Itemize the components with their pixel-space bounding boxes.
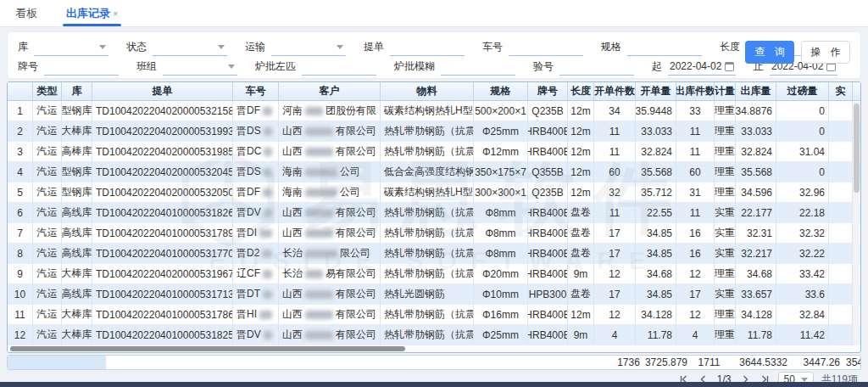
cell-spec: Φ10mm bbox=[474, 284, 528, 305]
filter-input[interactable] bbox=[441, 59, 515, 76]
filter-label: 牌号 bbox=[18, 59, 38, 74]
query-button[interactable]: 查 询 bbox=[745, 41, 794, 64]
filter-input[interactable] bbox=[509, 39, 583, 56]
column-header-measure[interactable]: 计量 bbox=[715, 82, 736, 100]
column-header-type[interactable]: 类型 bbox=[33, 82, 62, 100]
column-header-bill[interactable]: 提单 bbox=[92, 82, 233, 100]
horizontal-scrollbar[interactable] bbox=[8, 345, 852, 352]
table-row[interactable]: 4汽运型钢库TD1004202204020000532045晋DS海南公司低合金… bbox=[8, 162, 860, 182]
filter-select[interactable] bbox=[34, 39, 108, 56]
customer-prefix: 山西 bbox=[282, 205, 303, 220]
cell-truck: 晋DF bbox=[233, 101, 279, 121]
cell-idx: 3 bbox=[8, 142, 33, 162]
column-header-wh[interactable]: 库 bbox=[62, 82, 92, 100]
filter-select[interactable] bbox=[163, 59, 237, 76]
column-header-open_count[interactable]: 开单件数 bbox=[594, 82, 636, 100]
cell-weigh_qty: 0 bbox=[776, 162, 829, 182]
cell-material: 热轧带肋钢筋（抗震） bbox=[381, 203, 474, 223]
column-header-len[interactable]: 长度 bbox=[568, 82, 594, 100]
cell-grade: HRB400E bbox=[528, 223, 568, 244]
customer-prefix: 河南 bbox=[282, 104, 303, 118]
cell-spec: Φ12mm bbox=[474, 142, 528, 162]
vertical-scrollbar[interactable] bbox=[852, 102, 860, 345]
cell-measure: 理重 bbox=[715, 182, 736, 203]
cell-extra bbox=[829, 264, 853, 284]
cell-len: 盘卷 bbox=[568, 223, 594, 244]
column-header-customer[interactable]: 客户 bbox=[279, 82, 381, 100]
filter-select[interactable] bbox=[271, 39, 346, 56]
customer-prefix: 海南 bbox=[282, 165, 303, 179]
cell-out_qty: 34.596 bbox=[736, 182, 776, 203]
calendar-icon[interactable] bbox=[725, 62, 734, 71]
close-tab-icon[interactable]: × bbox=[113, 8, 118, 19]
filter-input[interactable] bbox=[302, 59, 376, 76]
filter-input[interactable] bbox=[390, 39, 465, 56]
column-header-idx[interactable] bbox=[8, 82, 33, 100]
table-row[interactable]: 3汽运高棒库TD1004202204020000531985晋DC山西有限公司热… bbox=[8, 142, 860, 162]
cell-len: 9m bbox=[568, 264, 594, 284]
cell-spec: 300×300×1 bbox=[474, 182, 528, 203]
cell-type: 汽运 bbox=[33, 162, 62, 182]
cell-out_count: 11 bbox=[676, 142, 715, 162]
column-header-open_qty[interactable]: 开单量 bbox=[636, 82, 676, 100]
filter-label: 运输 bbox=[245, 40, 265, 54]
cell-out_count: 11 bbox=[676, 203, 715, 223]
filter-label: 规格 bbox=[601, 40, 621, 54]
cell-wh: 高棒库 bbox=[62, 142, 92, 162]
cell-grade: HRB400E bbox=[528, 305, 568, 325]
cell-extra bbox=[829, 101, 853, 121]
truck-prefix: 晋DV bbox=[236, 328, 261, 342]
cell-open_qty: 32.824 bbox=[636, 142, 676, 162]
column-header-spec[interactable]: 规格 bbox=[474, 82, 528, 100]
customer-prefix: 山西 bbox=[282, 328, 303, 342]
filter-input[interactable] bbox=[44, 59, 119, 76]
tab-2[interactable]: 出库记录× bbox=[66, 0, 118, 26]
redacted-text bbox=[305, 250, 337, 258]
tab-1[interactable]: 看板 bbox=[15, 0, 37, 26]
table-row[interactable]: 7汽运高线库TD1004202204010000531789晋DI山西有限公司热… bbox=[8, 223, 860, 244]
cell-len: 12m bbox=[568, 182, 594, 203]
table-row[interactable]: 10汽运高线库TD1004202204010000531713晋DT山西有限公司… bbox=[8, 284, 860, 305]
total-customer bbox=[292, 356, 394, 369]
column-header-material[interactable]: 物料 bbox=[381, 82, 474, 100]
cell-out_count: 12 bbox=[676, 305, 715, 325]
table-row[interactable]: 2汽运大棒库TD1004202204020000531993晋DS山西有限公司热… bbox=[8, 121, 860, 142]
table-row[interactable]: 8汽运高线库TD1004202204010000531770晋D2长治限公司热轧… bbox=[8, 244, 860, 264]
column-header-extra[interactable]: 实 bbox=[829, 82, 853, 100]
filter-input[interactable] bbox=[627, 39, 702, 56]
truck-prefix: 晋DV bbox=[236, 205, 261, 220]
table-row[interactable]: 5汽运型钢库TD1004202204020000532050晋DF海南公司碳素结… bbox=[8, 182, 860, 203]
filter-input[interactable] bbox=[559, 59, 634, 76]
cell-material: 热轧带肋钢筋（抗震） bbox=[381, 244, 474, 264]
total-out_qty: 3644.5332 bbox=[749, 356, 790, 369]
operate-button[interactable]: 操 作 bbox=[801, 41, 850, 64]
vertical-scrollbar-thumb[interactable] bbox=[854, 104, 860, 193]
table-row[interactable]: 9汽运大棒库TD1004202204020000531967辽CF长治易有限公司… bbox=[8, 264, 860, 284]
redacted-text bbox=[305, 209, 333, 217]
cell-out_qty: 22.177 bbox=[736, 203, 776, 223]
cell-weigh_qty: 32.96 bbox=[776, 182, 829, 203]
cell-measure: 实重 bbox=[715, 203, 736, 223]
table-row[interactable]: 12汽运大棒库TD1004202204010000531825晋DV山西有限公司… bbox=[8, 325, 860, 345]
table-row[interactable]: 11汽运大棒库TD1004202204010000531786晋HI山西有限公司… bbox=[8, 305, 860, 325]
cell-truck: 晋D2 bbox=[233, 244, 279, 264]
cell-out_qty: 32.824 bbox=[736, 142, 776, 162]
column-header-out_count[interactable]: 出库件数 bbox=[676, 82, 715, 100]
column-header-grade[interactable]: 牌号 bbox=[528, 82, 568, 100]
filter-row-2: 牌号班组炉批左匹炉批模糊验号起2022-04-02止2022-04-02 bbox=[18, 57, 852, 76]
table-row[interactable]: 1汽运型钢库TD1004202204020000532158晋DF河南团股份有限… bbox=[8, 101, 860, 121]
column-header-out_qty[interactable]: 出库量 bbox=[736, 82, 776, 100]
cell-grade: HRB400E bbox=[528, 142, 568, 162]
redacted-text bbox=[305, 188, 337, 197]
cell-type: 汽运 bbox=[33, 182, 62, 203]
table-row[interactable]: 6汽运高线库TD1004202204010000531826晋DV山西有限公司热… bbox=[8, 203, 860, 223]
filter-label: 炉批模糊 bbox=[394, 59, 435, 74]
filter-select[interactable] bbox=[153, 39, 227, 56]
column-header-weigh_qty[interactable]: 过磅量 bbox=[776, 82, 829, 100]
cell-open_qty: 34.128 bbox=[636, 305, 676, 325]
column-header-truck[interactable]: 车号 bbox=[233, 82, 279, 100]
total-len bbox=[581, 356, 608, 369]
date-input[interactable]: 2022-04-02 bbox=[668, 59, 736, 76]
cell-grade: Q235B bbox=[528, 101, 568, 121]
horizontal-scrollbar-thumb[interactable] bbox=[10, 346, 405, 351]
